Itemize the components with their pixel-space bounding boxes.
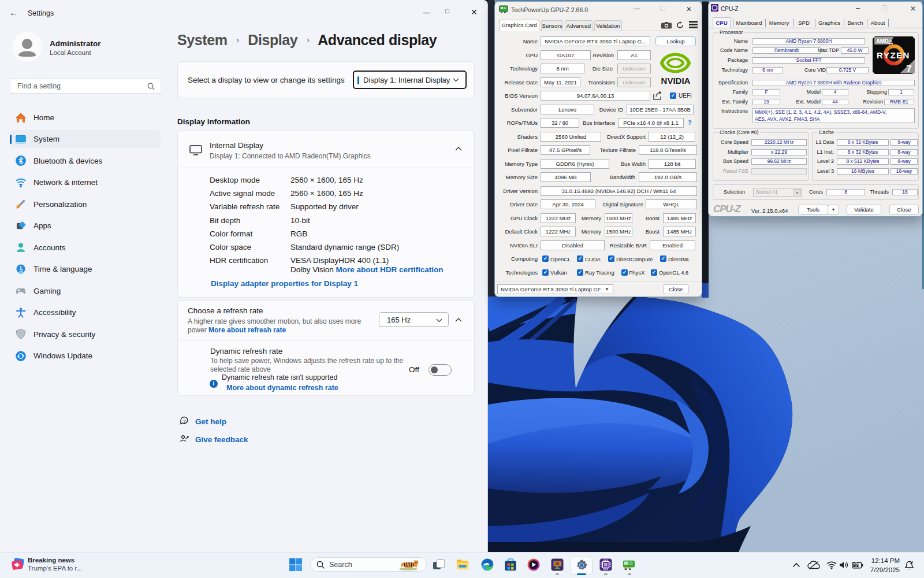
svg-text:AMD△: AMD△: [876, 38, 893, 45]
svg-text:z: z: [912, 561, 914, 564]
svg-text:7: 7: [906, 64, 911, 74]
svg-text:?: ?: [183, 418, 186, 424]
svg-text:RYZEN: RYZEN: [877, 50, 910, 60]
